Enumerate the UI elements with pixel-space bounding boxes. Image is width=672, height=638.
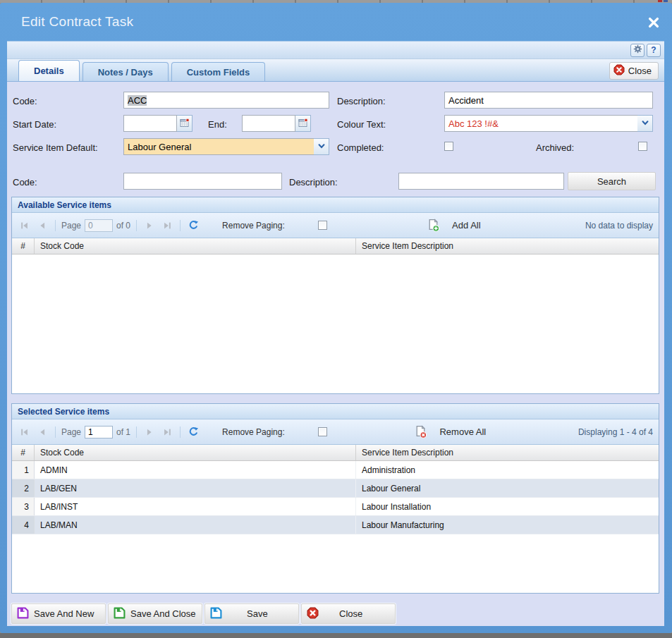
dialog-title: Edit Contract Task (21, 14, 133, 30)
edit-contract-task-dialog: Edit Contract Task (0, 3, 672, 633)
description-input[interactable]: Accident (444, 92, 653, 109)
chevron-down-icon (641, 118, 649, 129)
code-label: Code: (13, 96, 37, 106)
question-mark-icon: ? (651, 45, 656, 55)
page-label: Page (61, 427, 81, 437)
close-button[interactable]: Close (301, 603, 396, 624)
end-date-input[interactable] (242, 115, 295, 132)
first-page-icon[interactable] (18, 219, 32, 233)
settings-button[interactable] (630, 44, 644, 57)
end-date-picker-button[interactable] (295, 115, 311, 132)
available-grid-body[interactable] (12, 254, 659, 393)
available-panel-title: Available Service items (18, 200, 111, 210)
available-remove-paging-checkbox[interactable] (318, 221, 327, 230)
column-header-stock-code[interactable]: Stock Code (35, 445, 356, 460)
chevron-down-icon (317, 142, 326, 152)
column-header-service-item-description[interactable]: Service Item Description (356, 238, 659, 254)
service-item-default-input[interactable]: Labour General (123, 138, 314, 155)
background-page-strip-bottom (0, 633, 672, 638)
service-item-default-dropdown-button[interactable] (314, 138, 329, 155)
table-row[interactable]: 1 ADMIN Administration (12, 461, 659, 479)
selected-page-of: of 1 (116, 427, 130, 437)
available-grid-header: # Stock Code Service Item Description (12, 238, 659, 254)
available-panel-header: Available Service items (12, 197, 659, 213)
archived-label: Archived: (536, 142, 574, 153)
code-value: ACC (128, 95, 147, 106)
column-header-num[interactable]: # (12, 238, 35, 254)
tab-notes-days-label: Notes / Days (98, 67, 153, 78)
available-service-items-panel: Available Service items Page 0 (11, 197, 659, 394)
colour-text-combo[interactable]: Abc 123 !#& (444, 115, 653, 132)
previous-page-icon[interactable] (35, 219, 49, 233)
save-and-close-label: Save And Close (130, 608, 196, 619)
add-all-icon[interactable] (424, 219, 441, 233)
available-page-input[interactable]: 0 (85, 219, 113, 232)
start-date-input[interactable] (123, 115, 177, 132)
description-cell: Labour Installation (356, 498, 659, 515)
remove-paging-label: Remove Paging: (222, 221, 285, 231)
table-row[interactable]: 2 LAB/GEN Labour General (12, 479, 659, 498)
refresh-icon[interactable] (186, 425, 200, 439)
footer-button-bar: Save And New Save And Close (11, 603, 661, 625)
refresh-icon[interactable] (186, 219, 200, 233)
column-header-stock-code[interactable]: Stock Code (35, 238, 356, 254)
add-all-label[interactable]: Add All (452, 220, 480, 231)
tab-custom-fields[interactable]: Custom Fields (171, 62, 266, 81)
column-header-num[interactable]: # (12, 445, 35, 460)
tab-notes-days[interactable]: Notes / Days (83, 62, 169, 81)
tab-custom-fields-label: Custom Fields (187, 67, 250, 78)
first-page-icon[interactable] (18, 425, 32, 439)
search-code-input[interactable] (123, 173, 282, 190)
stock-code-cell: LAB/INST (35, 498, 356, 515)
search-description-input[interactable] (398, 173, 564, 190)
last-page-icon[interactable] (160, 219, 174, 233)
close-tab-button[interactable]: Close (609, 62, 659, 80)
next-page-icon[interactable] (142, 425, 157, 439)
search-code-label: Code: (13, 177, 37, 188)
dialog-titlebar: Edit Contract Task (0, 3, 672, 41)
gear-icon (633, 44, 642, 56)
background-artifact (658, 0, 662, 2)
selected-grid-header: # Stock Code Service Item Description (12, 445, 659, 461)
selected-page-input[interactable]: 1 (85, 426, 113, 438)
previous-page-icon[interactable] (35, 425, 49, 439)
available-paging-toolbar: Page 0 of 0 (12, 213, 659, 238)
description-cell: Administration (356, 461, 659, 479)
save-button[interactable]: Save (204, 603, 299, 624)
colour-text-input[interactable]: Abc 123 !#& (444, 115, 637, 132)
colour-text-dropdown-button[interactable] (637, 115, 653, 132)
next-page-icon[interactable] (142, 219, 157, 233)
description-cell: Labour Manufacturing (356, 516, 659, 534)
table-row[interactable]: 3 LAB/INST Labour Installation (12, 498, 659, 516)
remove-all-label[interactable]: Remove All (439, 427, 486, 437)
search-button[interactable]: Search (568, 172, 656, 190)
service-item-default-combo[interactable]: Labour General (123, 138, 329, 155)
start-date-picker-button[interactable] (177, 115, 193, 132)
page-label: Page (61, 221, 81, 231)
column-header-service-item-description[interactable]: Service Item Description (356, 445, 659, 460)
stock-code-cell: ADMIN (35, 461, 356, 479)
available-status-text: No data to display (585, 221, 653, 231)
description-value: Accident (448, 95, 484, 106)
save-and-close-button[interactable]: Save And Close (108, 603, 202, 624)
selected-remove-paging-checkbox[interactable] (318, 427, 327, 436)
last-page-icon[interactable] (160, 425, 174, 439)
table-row[interactable]: 4 LAB/MAN Labour Manufacturing (12, 516, 659, 534)
edit-contract-task-screen: Edit Contract Task (0, 0, 672, 638)
completed-checkbox[interactable] (444, 142, 453, 151)
close-label: Close (339, 608, 362, 619)
dialog-close-icon[interactable] (647, 16, 660, 29)
colour-text-label: Colour Text: (337, 119, 386, 130)
tab-details[interactable]: Details (18, 60, 80, 81)
archived-checkbox[interactable] (638, 142, 647, 151)
stock-code-cell: LAB/MAN (35, 516, 356, 534)
stock-code-cell: LAB/GEN (35, 479, 356, 497)
start-date-label: Start Date: (13, 119, 56, 130)
save-and-new-label: Save And New (34, 608, 94, 619)
save-and-new-button[interactable]: Save And New (11, 603, 106, 624)
selected-service-items-panel: Selected Service items Page 1 (11, 403, 659, 594)
code-input[interactable]: ACC (123, 92, 329, 109)
search-description-label: Description: (289, 177, 338, 188)
help-button[interactable]: ? (647, 44, 661, 57)
remove-all-icon[interactable] (412, 425, 429, 439)
